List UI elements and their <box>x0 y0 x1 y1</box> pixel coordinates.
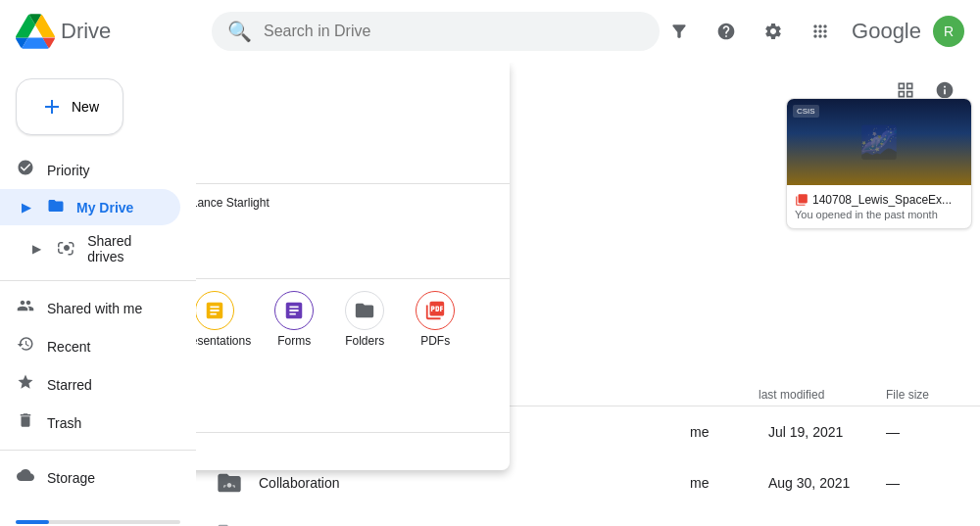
filetype-presentations-label: Presentations <box>196 334 251 348</box>
recent-file-card[interactable]: CSIS 🌌 140708_Lewis_SpaceEx... You opene… <box>786 98 972 229</box>
my-drive-expand-icon: ▶ <box>16 201 35 215</box>
search-history-item-test[interactable]: test <box>196 63 510 103</box>
sidebar-item-storage-label: Storage <box>47 470 95 486</box>
sidebar-item-trash[interactable]: Trash <box>0 404 180 442</box>
search-dropdown: test space plans toy R Rio Akasaka <box>196 63 510 470</box>
sidebar-item-trash-label: Trash <box>47 415 81 431</box>
google-logo-text: Google <box>852 19 921 44</box>
sidebar-divider-2 <box>0 450 196 451</box>
col-modified-header: last modified <box>759 388 886 402</box>
file-types-section: Documents Spreadsheets Presentations <box>196 278 510 432</box>
file-size-2022-planning: — <box>886 424 964 440</box>
file-modified-2022-planning: Jul 19, 2021 <box>768 424 886 440</box>
plus-icon <box>40 95 64 119</box>
recent-card-body: 140708_Lewis_SpaceEx... You opened in th… <box>787 185 971 228</box>
shared-with-me-icon <box>16 297 35 319</box>
grid-view-icon <box>896 80 915 100</box>
content-area: test space plans toy R Rio Akasaka <box>196 63 980 526</box>
help-button[interactable] <box>707 12 746 51</box>
sidebar-item-my-drive-label: My Drive <box>76 200 133 215</box>
app-header: Drive 🔍 Google R <box>0 0 980 63</box>
file-row-google-drive[interactable]: Google Drive <box>196 508 980 526</box>
person-lance[interactable]: Lance Starlight <box>196 196 270 210</box>
search-area: 🔍 <box>212 12 660 51</box>
col-size-header: File size <box>886 388 964 402</box>
person-name-lance: Lance Starlight <box>196 196 270 210</box>
filetype-folders[interactable]: Folders <box>329 283 400 356</box>
sidebar-item-starred[interactable]: Starred <box>0 365 180 404</box>
filter-icon <box>669 22 689 41</box>
storage-bar-background <box>16 520 180 524</box>
sidebar-item-recent[interactable]: Recent <box>0 327 180 365</box>
folder-icon-google-drive <box>212 516 247 526</box>
sidebar-nav: Priority ▶ My Drive ▶ Shared drives <box>0 151 196 526</box>
recent-card-subtitle: You opened in the past month <box>795 209 963 220</box>
sidebar-item-my-drive[interactable]: ▶ My Drive <box>0 189 180 225</box>
pdfs-icon <box>416 291 455 330</box>
apps-icon <box>810 22 830 41</box>
recent-card-title: 140708_Lewis_SpaceEx... <box>795 193 963 207</box>
apps-button[interactable] <box>801 12 840 51</box>
file-modified-collaboration: Aug 30, 2021 <box>768 475 886 491</box>
search-icon: 🔍 <box>227 20 252 43</box>
new-button-label: New <box>72 99 99 115</box>
sidebar-item-starred-label: Starred <box>47 377 92 393</box>
sidebar-item-storage[interactable]: Storage <box>0 458 180 497</box>
app-title: Drive <box>61 19 111 44</box>
storage-area: 61.1 MB used <box>0 504 196 526</box>
filetype-pdfs-label: PDFs <box>420 334 450 348</box>
pdf-icon-small <box>795 193 808 207</box>
storage-bar-fill <box>16 520 49 524</box>
trash-icon <box>16 411 35 434</box>
search-history-item-toy[interactable]: toy <box>196 143 510 183</box>
sidebar-divider-1 <box>0 280 196 281</box>
filetype-folders-label: Folders <box>345 334 384 348</box>
file-name-collaboration: Collaboration <box>259 475 690 491</box>
my-drive-folder-icon <box>47 197 65 217</box>
csis-badge: CSIS <box>793 105 819 118</box>
sidebar-item-priority[interactable]: Priority <box>0 151 180 189</box>
logo-area: Drive <box>16 12 212 51</box>
priority-icon <box>16 159 35 181</box>
starred-icon <box>16 373 35 396</box>
presentations-icon <box>196 291 234 330</box>
sidebar-item-shared-drives[interactable]: ▶ Shared drives <box>0 225 180 272</box>
sidebar: New Priority ▶ My Drive ▶ <box>0 63 196 526</box>
sidebar-item-priority-label: Priority <box>47 163 90 178</box>
recent-icon <box>16 335 35 358</box>
folders-icon <box>345 291 384 330</box>
file-size-collaboration: — <box>886 475 964 491</box>
search-box: 🔍 <box>212 12 660 51</box>
file-owner-2022-planning: me <box>690 424 768 440</box>
advanced-search-section: Advanced Search <box>196 432 510 470</box>
shared-drives-icon <box>58 239 75 260</box>
help-icon <box>716 22 736 41</box>
forms-icon <box>274 291 314 330</box>
people-section: R Rio Akasaka J Jane Matthews Lance Star… <box>196 183 510 278</box>
file-owner-collaboration: me <box>690 475 768 491</box>
settings-icon <box>763 22 783 41</box>
settings-button[interactable] <box>754 12 793 51</box>
filetype-forms[interactable]: Forms <box>259 283 329 356</box>
filter-options-button[interactable] <box>660 12 699 51</box>
new-button[interactable]: New <box>16 78 123 135</box>
sidebar-item-shared-with-me[interactable]: Shared with me <box>0 289 180 327</box>
shared-folder-icon-collaboration <box>212 465 247 501</box>
sidebar-item-shared-with-me-label: Shared with me <box>47 301 142 316</box>
drive-logo-icon <box>16 12 55 51</box>
search-history-item-space-plans[interactable]: space plans <box>196 103 510 143</box>
sidebar-item-recent-label: Recent <box>47 339 90 355</box>
storage-icon <box>16 466 35 489</box>
filetype-presentations[interactable]: Presentations <box>196 283 259 356</box>
info-icon <box>935 80 955 100</box>
sidebar-item-shared-drives-label: Shared drives <box>87 233 169 264</box>
space-image-placeholder: 🌌 <box>859 123 899 161</box>
shared-drives-expand-icon: ▶ <box>27 242 46 256</box>
filetype-pdfs[interactable]: PDFs <box>400 283 470 356</box>
user-avatar[interactable]: R <box>933 16 964 47</box>
header-actions: Google R <box>660 12 964 51</box>
search-input[interactable] <box>264 23 644 40</box>
filetype-forms-label: Forms <box>277 334 311 348</box>
main-layout: New Priority ▶ My Drive ▶ <box>0 63 980 526</box>
